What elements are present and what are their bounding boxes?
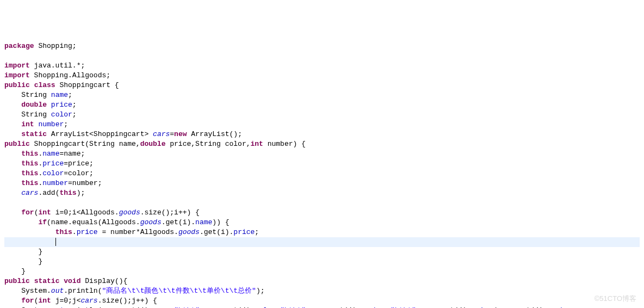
line-19: if(name.equals(Allgoods.goods.get(i).nam… — [4, 218, 230, 226]
line-22: } — [4, 248, 42, 256]
line-3: import java.util.*; — [4, 61, 85, 70]
line-27: for(int j=0;j<cars.size();j++) { — [4, 297, 157, 305]
line-24: } — [4, 267, 26, 275]
line-8: String color; — [4, 110, 77, 119]
line-13: this.price=price; — [4, 159, 94, 168]
watermark: ©51CTO博客 — [595, 294, 636, 304]
line-11: public Shoppingcart(String name,double p… — [4, 140, 306, 148]
line-7: double price; — [4, 101, 77, 109]
line-20: this.price = number*Allgoods.goods.get(i… — [4, 228, 259, 236]
line-21-highlighted — [4, 237, 640, 247]
line-25: public static void Display(){ — [4, 277, 127, 285]
line-9: int number; — [4, 120, 68, 128]
line-1: package Shopping; — [4, 42, 77, 50]
line-12: this.name=name; — [4, 150, 85, 158]
line-15: this.number=number; — [4, 179, 102, 187]
line-10: static ArrayList<Shoppingcart> cars=new … — [4, 130, 242, 138]
line-5: public class Shoppingcart { — [4, 81, 119, 89]
line-26: System.out.println("商品名\t\t颜色\t\t件数\t\t单… — [4, 287, 265, 295]
cursor-icon — [55, 238, 56, 246]
line-16: cars.add(this); — [4, 189, 85, 197]
line-23: } — [4, 257, 42, 266]
line-18: for(int i=0;i<Allgoods.goods.size();i++)… — [4, 208, 200, 217]
code-block: package Shopping; import java.util.*; im… — [4, 41, 640, 308]
line-4: import Shopping.Allgoods; — [4, 71, 110, 79]
line-14: this.color=color; — [4, 169, 94, 177]
line-6: String name; — [4, 91, 72, 99]
